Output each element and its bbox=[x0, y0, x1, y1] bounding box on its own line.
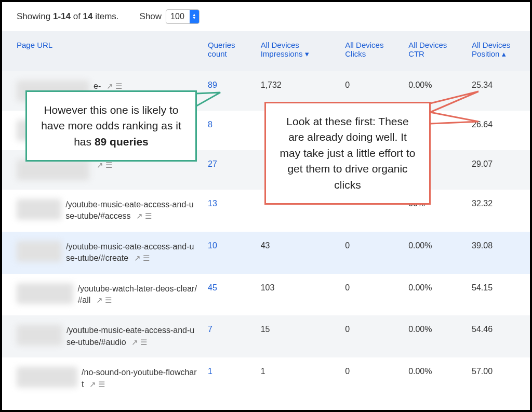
cell-clicks: 0 bbox=[340, 274, 403, 316]
redacted-domain bbox=[17, 199, 61, 220]
of-word: of bbox=[71, 11, 83, 21]
cell-page-url: /youtube-music-eate-access-and-use-utube… bbox=[2, 315, 203, 357]
per-page-control: Show 100 ▲▼ bbox=[140, 9, 200, 24]
callout-green: However this one is likely to have more … bbox=[25, 90, 197, 162]
cell-clicks: 0 bbox=[340, 232, 403, 274]
callout-green-bold: 89 queries bbox=[95, 136, 149, 148]
results-summary-bar: Showing 1-14 of 14 items. Show 100 ▲▼ bbox=[2, 2, 530, 31]
url-fragment: /youtube-music-eate-access-and-use-utube… bbox=[65, 199, 197, 222]
cell-position: 29.07 bbox=[467, 150, 530, 190]
cell-page-url: /no-sound-on-youtube-flowchart ↗︎ ☰ bbox=[2, 357, 203, 400]
cell-impressions: 15 bbox=[256, 315, 340, 357]
cell-queries: 27 bbox=[203, 150, 256, 190]
callout-red: Look at these first: These are already d… bbox=[264, 102, 431, 205]
cell-position: 57.00 bbox=[467, 357, 530, 400]
table-row[interactable]: /youtube-watch-later-deos-clear/#all ↗︎ … bbox=[2, 274, 530, 316]
per-page-value: 100 bbox=[166, 10, 190, 23]
callout-red-text: Look at these first: These are already d… bbox=[280, 115, 415, 191]
sort-desc-icon: ▾ bbox=[305, 49, 309, 58]
cell-queries: 10 bbox=[203, 232, 256, 274]
callout-red-pointer bbox=[429, 86, 491, 128]
cell-page-url: /youtube-music-eate-access-and-use-utube… bbox=[2, 232, 203, 274]
items-word: items. bbox=[93, 11, 119, 21]
cell-page-url: /youtube-watch-later-deos-clear/#all ↗︎ … bbox=[2, 274, 203, 316]
table-row[interactable]: /youtube-music-eate-access-and-use-utube… bbox=[2, 232, 530, 274]
cell-impressions: 43 bbox=[256, 232, 340, 274]
redacted-domain bbox=[17, 283, 73, 304]
cell-queries: 8 bbox=[203, 111, 256, 150]
url-action-icons[interactable]: ↗︎ ☰ bbox=[89, 380, 105, 389]
redacted-domain bbox=[17, 241, 62, 262]
callout-green-pointer bbox=[195, 85, 232, 111]
url-fragment: /youtube-music-eate-access-and-use-utube… bbox=[66, 241, 197, 264]
url-action-icons[interactable]: ↗︎ ☰ bbox=[97, 161, 112, 169]
cell-page-url: /youtube-music-eate-access-and-use-utube… bbox=[2, 190, 203, 232]
cell-queries: 7 bbox=[203, 315, 256, 357]
table-header-row: Page URL Queries count All Devices Impre… bbox=[2, 31, 530, 71]
cell-impressions: 1 bbox=[256, 357, 340, 400]
url-fragment: /no-sound-on-youtube-flowchart ↗︎ ☰ bbox=[82, 367, 197, 390]
url-fragment: /youtube-music-eate-access-and-use-utube… bbox=[66, 325, 197, 348]
col-impressions[interactable]: All Devices Impressions ▾ bbox=[256, 31, 340, 71]
cell-queries: 1 bbox=[203, 357, 256, 400]
url-action-icons[interactable]: ↗︎ ☰ bbox=[131, 338, 147, 347]
cell-queries: 45 bbox=[203, 274, 256, 316]
show-label: Show bbox=[140, 11, 162, 22]
col-position[interactable]: All Devices Position ▴ bbox=[467, 31, 530, 71]
col-queries-count[interactable]: Queries count bbox=[203, 31, 256, 71]
cell-ctr: 0.00% bbox=[403, 274, 467, 316]
cell-impressions: 103 bbox=[256, 274, 340, 316]
select-stepper-icon: ▲▼ bbox=[190, 10, 199, 23]
cell-ctr: 0.00% bbox=[403, 315, 467, 357]
col-ctr[interactable]: All Devices CTR bbox=[403, 31, 467, 71]
showing-prefix: Showing bbox=[17, 11, 53, 21]
col-clicks[interactable]: All Devices Clicks bbox=[340, 31, 403, 71]
redacted-domain bbox=[17, 367, 77, 388]
url-action-icons[interactable]: ↗︎ ☰ bbox=[96, 296, 112, 304]
cell-clicks: 0 bbox=[340, 315, 403, 357]
url-action-icons[interactable]: ↗︎ ☰ bbox=[107, 82, 122, 90]
table-row[interactable]: /youtube-music-eate-access-and-use-utube… bbox=[2, 315, 530, 357]
url-action-icons[interactable]: ↗︎ ☰ bbox=[136, 211, 152, 220]
redacted-domain bbox=[17, 160, 89, 180]
redacted-domain bbox=[17, 325, 62, 345]
url-fragment: /youtube-watch-later-deos-clear/#all ↗︎ … bbox=[77, 283, 197, 307]
cell-ctr: 0.00% bbox=[403, 357, 467, 400]
cell-ctr: 0.00% bbox=[403, 232, 467, 274]
col-page-url[interactable]: Page URL bbox=[2, 31, 203, 71]
cell-position: 39.08 bbox=[467, 232, 530, 274]
cell-position: 32.32 bbox=[467, 190, 530, 232]
url-action-icons[interactable]: ↗︎ ☰ bbox=[134, 254, 150, 262]
sort-asc-icon: ▴ bbox=[502, 49, 506, 58]
showing-count: Showing 1-14 of 14 items. bbox=[17, 11, 119, 22]
showing-range: 1-14 bbox=[53, 11, 71, 21]
showing-total: 14 bbox=[83, 11, 93, 21]
per-page-select[interactable]: 100 ▲▼ bbox=[166, 9, 200, 24]
cell-position: 54.15 bbox=[467, 274, 530, 316]
cell-clicks: 0 bbox=[340, 357, 403, 400]
cell-queries: 13 bbox=[203, 190, 256, 232]
table-row[interactable]: /no-sound-on-youtube-flowchart ↗︎ ☰1100.… bbox=[2, 357, 530, 400]
cell-position: 54.46 bbox=[467, 315, 530, 357]
